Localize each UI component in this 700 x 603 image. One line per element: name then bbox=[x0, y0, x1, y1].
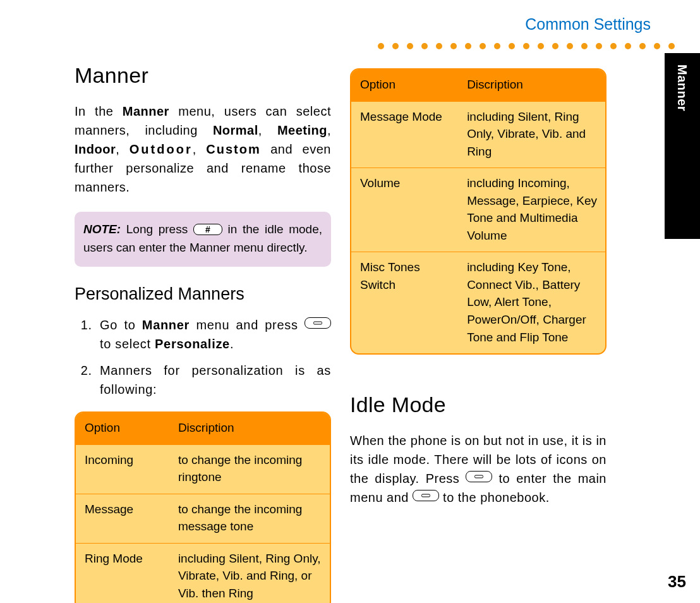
table-cell: Message bbox=[76, 494, 169, 543]
table-cell: Message Mode bbox=[351, 102, 458, 168]
softkey-icon bbox=[305, 317, 331, 329]
note-text: Long press bbox=[121, 222, 193, 236]
text-bold: Normal bbox=[213, 123, 258, 137]
text: In the bbox=[75, 104, 123, 118]
list-item: Manners for personalization is as follow… bbox=[96, 361, 331, 399]
text-bold: Custom bbox=[206, 142, 260, 156]
text-bold: Indoor bbox=[75, 142, 116, 156]
table-header-cell: Option bbox=[351, 70, 458, 101]
table-row: Message to change the incoming message t… bbox=[76, 494, 330, 543]
left-column: Manner In the Manner menu, users can sel… bbox=[75, 59, 331, 603]
breadcrumb-area: Common Settings bbox=[388, 15, 653, 37]
text-bold: Outdoor bbox=[130, 142, 193, 156]
options-table-right: Option Discription Message Mode includin… bbox=[350, 68, 606, 355]
text: . bbox=[230, 337, 234, 351]
table-row: Volume including Incoming, Message, Earp… bbox=[351, 168, 605, 252]
table-cell: Ring Mode bbox=[76, 544, 169, 603]
page: Manner 35 Common Settings Manner In the … bbox=[0, 0, 700, 603]
table-row: Incoming to change the incoming ringtone bbox=[76, 444, 330, 494]
text: , bbox=[327, 123, 331, 137]
table-header-cell: Option bbox=[76, 413, 169, 444]
text: menu and press bbox=[190, 318, 305, 332]
table-cell: Incoming bbox=[76, 445, 169, 494]
idle-paragraph: When the phone is on but not in use, it … bbox=[350, 431, 606, 507]
text: Go to bbox=[100, 318, 142, 332]
right-column: Option Discription Message Mode includin… bbox=[350, 59, 606, 507]
text-bold: Personalize bbox=[155, 337, 230, 351]
table-cell: to change the incoming ringtone bbox=[169, 445, 330, 494]
table-cell: Misc Tones Switch bbox=[351, 252, 458, 353]
heading-idle-mode: Idle Mode bbox=[350, 393, 606, 417]
table-cell: Volume bbox=[351, 168, 458, 252]
table-cell: including Incoming, Message, Earpiece, K… bbox=[458, 168, 605, 252]
list-item: Go to Manner menu and press to select Pe… bbox=[96, 315, 331, 353]
table-cell: including Key Tone, Connect Vib., Batter… bbox=[458, 252, 605, 353]
section-tab: Manner bbox=[665, 53, 700, 239]
section-tab-label: Manner bbox=[675, 64, 689, 111]
breadcrumb: Common Settings bbox=[388, 15, 651, 34]
text: Manners for personalization is as follow… bbox=[100, 363, 331, 396]
text-bold: Manner bbox=[142, 318, 190, 332]
table-header: Option Discription bbox=[351, 70, 605, 101]
text-bold: Manner bbox=[123, 104, 169, 118]
table-header-cell: Discription bbox=[169, 413, 330, 444]
softkey-icon bbox=[466, 471, 492, 482]
table-header-cell: Discription bbox=[458, 70, 605, 101]
table-row: Ring Mode including Silent, Ring Only, V… bbox=[76, 543, 330, 603]
intro-paragraph: In the Manner menu, users can select man… bbox=[75, 102, 331, 197]
table-cell: to change the incoming message tone bbox=[169, 494, 330, 543]
text: , bbox=[258, 123, 277, 137]
heading-personalized-manners: Personalized Manners bbox=[75, 284, 331, 304]
heading-manner: Manner bbox=[75, 63, 331, 88]
table-cell: including Silent, Ring Only, Vibrate, Vi… bbox=[169, 544, 330, 603]
text: , bbox=[116, 142, 130, 156]
text: to select bbox=[100, 337, 155, 351]
note-box: NOTE: Long press in the idle mode, users… bbox=[75, 212, 331, 267]
table-row: Message Mode including Silent, Ring Only… bbox=[351, 101, 605, 168]
options-table-left: Option Discription Incoming to change th… bbox=[75, 411, 331, 603]
note-label: NOTE: bbox=[83, 222, 121, 236]
text: to the phonebook. bbox=[439, 490, 550, 504]
table-row: Misc Tones Switch including Key Tone, Co… bbox=[351, 252, 605, 353]
text-bold: Meeting bbox=[277, 123, 327, 137]
page-number: 35 bbox=[668, 572, 686, 592]
decorative-dots bbox=[370, 40, 675, 52]
steps-list: Go to Manner menu and press to select Pe… bbox=[75, 315, 331, 399]
hash-key-icon bbox=[193, 224, 222, 235]
softkey-icon bbox=[413, 490, 439, 501]
table-cell: including Silent, Ring Only, Vibrate, Vi… bbox=[458, 102, 605, 168]
text: , bbox=[193, 142, 207, 156]
table-header: Option Discription bbox=[76, 413, 330, 444]
